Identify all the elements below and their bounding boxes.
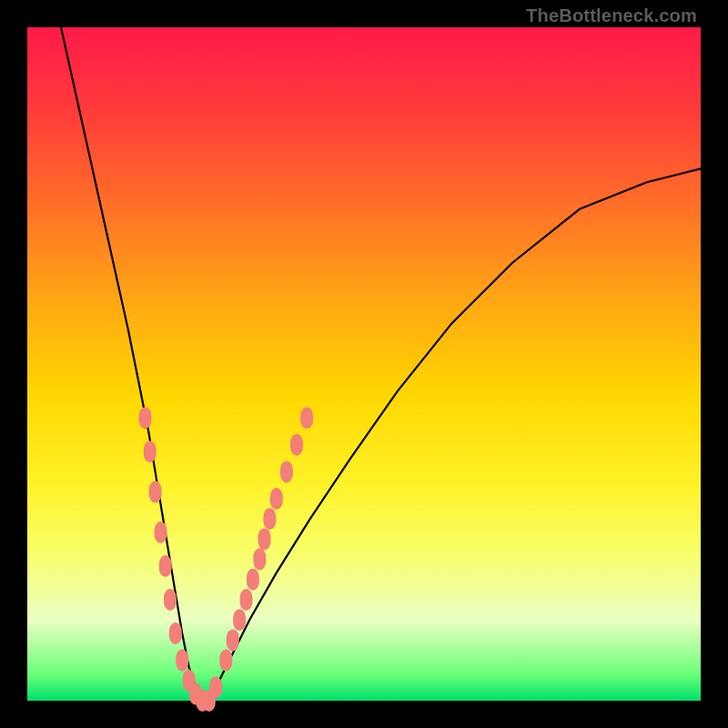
marker-dot xyxy=(169,622,182,644)
marker-dot xyxy=(149,481,162,503)
marker-group xyxy=(139,407,314,712)
marker-dot xyxy=(144,440,157,462)
marker-dot xyxy=(240,589,253,611)
marker-dot xyxy=(300,407,313,429)
marker-dot xyxy=(219,650,232,672)
watermark-text: TheBottleneck.com xyxy=(526,5,697,26)
marker-dot xyxy=(233,609,246,631)
marker-dot xyxy=(155,521,167,543)
marker-dot xyxy=(253,549,266,571)
marker-dot xyxy=(176,650,188,672)
marker-dot xyxy=(164,589,177,611)
marker-dot xyxy=(227,629,239,651)
chart-svg xyxy=(27,27,701,701)
marker-dot xyxy=(263,508,276,530)
marker-dot xyxy=(159,555,172,577)
marker-dot xyxy=(258,528,271,550)
marker-dot xyxy=(270,488,283,510)
bottleneck-curve xyxy=(61,27,701,701)
marker-dot xyxy=(290,434,303,456)
marker-dot xyxy=(280,460,293,482)
marker-dot xyxy=(209,676,222,698)
marker-dot xyxy=(247,569,259,591)
marker-dot xyxy=(139,407,152,429)
